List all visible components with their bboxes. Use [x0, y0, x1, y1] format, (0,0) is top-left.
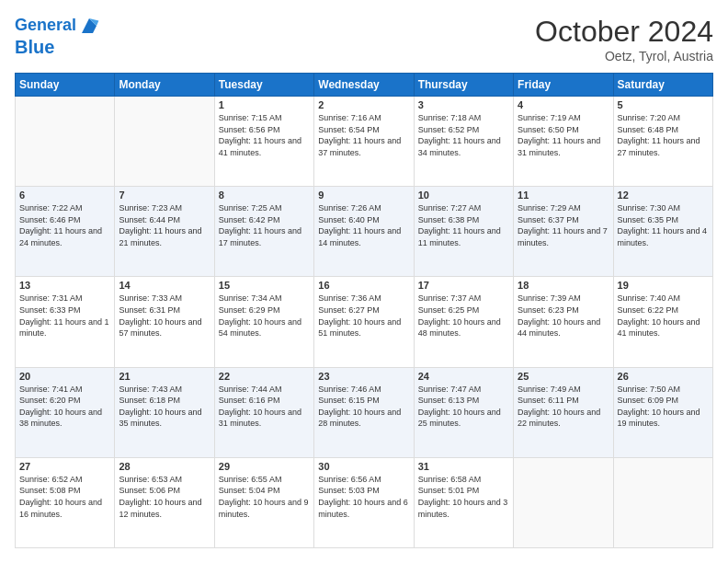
table-row: [613, 457, 712, 547]
col-tuesday: Tuesday: [214, 74, 313, 97]
day-number: 25: [518, 371, 609, 382]
table-row: 8Sunrise: 7:25 AMSunset: 6:42 PMDaylight…: [214, 187, 313, 277]
table-row: 28Sunrise: 6:53 AMSunset: 5:06 PMDayligh…: [115, 457, 214, 547]
day-number: 14: [119, 280, 210, 291]
day-number: 29: [219, 461, 310, 472]
col-wednesday: Wednesday: [314, 74, 414, 97]
day-number: 22: [219, 371, 310, 382]
cell-text: Sunrise: 7:37 AMSunset: 6:25 PMDaylight:…: [418, 293, 509, 339]
cell-text: Sunrise: 7:18 AMSunset: 6:52 PMDaylight:…: [418, 112, 509, 158]
table-row: 5Sunrise: 7:20 AMSunset: 6:48 PMDaylight…: [613, 97, 712, 187]
subtitle: Oetz, Tyrol, Austria: [535, 49, 713, 63]
cell-text: Sunrise: 7:41 AMSunset: 6:20 PMDaylight:…: [19, 384, 110, 430]
day-number: 20: [19, 371, 110, 382]
cell-text: Sunrise: 7:23 AMSunset: 6:44 PMDaylight:…: [119, 202, 210, 248]
day-number: 9: [318, 190, 409, 201]
cell-text: Sunrise: 7:39 AMSunset: 6:23 PMDaylight:…: [518, 293, 609, 339]
cell-text: Sunrise: 7:47 AMSunset: 6:13 PMDaylight:…: [418, 384, 509, 430]
day-number: 26: [618, 371, 709, 382]
cell-text: Sunrise: 6:56 AMSunset: 5:03 PMDaylight:…: [318, 474, 409, 520]
day-number: 1: [219, 99, 310, 110]
table-row: 24Sunrise: 7:47 AMSunset: 6:13 PMDayligh…: [414, 367, 513, 457]
cell-text: Sunrise: 7:34 AMSunset: 6:29 PMDaylight:…: [219, 293, 310, 339]
day-number: 31: [418, 461, 509, 472]
day-number: 12: [618, 190, 709, 201]
table-row: 6Sunrise: 7:22 AMSunset: 6:46 PMDaylight…: [16, 187, 115, 277]
day-number: 6: [19, 190, 110, 201]
cell-text: Sunrise: 7:20 AMSunset: 6:48 PMDaylight:…: [618, 112, 709, 158]
cell-text: Sunrise: 7:44 AMSunset: 6:16 PMDaylight:…: [219, 384, 310, 430]
calendar: Sunday Monday Tuesday Wednesday Thursday…: [15, 73, 713, 548]
table-row: 18Sunrise: 7:39 AMSunset: 6:23 PMDayligh…: [514, 277, 613, 367]
day-number: 19: [618, 280, 709, 291]
day-number: 3: [418, 99, 509, 110]
logo-icon: [78, 15, 100, 37]
day-number: 11: [518, 190, 609, 201]
table-row: 12Sunrise: 7:30 AMSunset: 6:35 PMDayligh…: [613, 187, 712, 277]
col-sunday: Sunday: [16, 74, 115, 97]
cell-text: Sunrise: 7:49 AMSunset: 6:11 PMDaylight:…: [518, 384, 609, 430]
cell-text: Sunrise: 7:30 AMSunset: 6:35 PMDaylight:…: [618, 202, 709, 248]
table-row: 9Sunrise: 7:26 AMSunset: 6:40 PMDaylight…: [314, 187, 414, 277]
cell-text: Sunrise: 7:40 AMSunset: 6:22 PMDaylight:…: [618, 293, 709, 339]
day-number: 5: [618, 99, 709, 110]
cell-text: Sunrise: 7:25 AMSunset: 6:42 PMDaylight:…: [219, 202, 310, 248]
table-row: 3Sunrise: 7:18 AMSunset: 6:52 PMDaylight…: [414, 97, 513, 187]
cell-text: Sunrise: 6:53 AMSunset: 5:06 PMDaylight:…: [119, 474, 210, 520]
cell-text: Sunrise: 6:55 AMSunset: 5:04 PMDaylight:…: [219, 474, 310, 520]
day-number: 30: [318, 461, 409, 472]
cell-text: Sunrise: 6:58 AMSunset: 5:01 PMDaylight:…: [418, 474, 509, 520]
day-number: 10: [418, 190, 509, 201]
cell-text: Sunrise: 7:19 AMSunset: 6:50 PMDaylight:…: [518, 112, 609, 158]
table-row: 17Sunrise: 7:37 AMSunset: 6:25 PMDayligh…: [414, 277, 513, 367]
table-row: 30Sunrise: 6:56 AMSunset: 5:03 PMDayligh…: [314, 457, 414, 547]
day-number: 28: [119, 461, 210, 472]
cell-text: Sunrise: 7:50 AMSunset: 6:09 PMDaylight:…: [618, 384, 709, 430]
cell-text: Sunrise: 7:26 AMSunset: 6:40 PMDaylight:…: [318, 202, 409, 248]
table-row: 13Sunrise: 7:31 AMSunset: 6:33 PMDayligh…: [16, 277, 115, 367]
table-row: 27Sunrise: 6:52 AMSunset: 5:08 PMDayligh…: [16, 457, 115, 547]
table-row: 21Sunrise: 7:43 AMSunset: 6:18 PMDayligh…: [115, 367, 214, 457]
table-row: 16Sunrise: 7:36 AMSunset: 6:27 PMDayligh…: [314, 277, 414, 367]
table-row: 25Sunrise: 7:49 AMSunset: 6:11 PMDayligh…: [514, 367, 613, 457]
table-row: 2Sunrise: 7:16 AMSunset: 6:54 PMDaylight…: [314, 97, 414, 187]
table-row: 15Sunrise: 7:34 AMSunset: 6:29 PMDayligh…: [214, 277, 313, 367]
cell-text: Sunrise: 7:16 AMSunset: 6:54 PMDaylight:…: [318, 112, 409, 158]
logo-blue-text: Blue: [15, 37, 54, 57]
day-number: 16: [318, 280, 409, 291]
table-row: 7Sunrise: 7:23 AMSunset: 6:44 PMDaylight…: [115, 187, 214, 277]
table-row: 19Sunrise: 7:40 AMSunset: 6:22 PMDayligh…: [613, 277, 712, 367]
col-monday: Monday: [115, 74, 214, 97]
table-row: 23Sunrise: 7:46 AMSunset: 6:15 PMDayligh…: [314, 367, 414, 457]
table-row: 1Sunrise: 7:15 AMSunset: 6:56 PMDaylight…: [214, 97, 313, 187]
table-row: 29Sunrise: 6:55 AMSunset: 5:04 PMDayligh…: [214, 457, 313, 547]
table-row: 22Sunrise: 7:44 AMSunset: 6:16 PMDayligh…: [214, 367, 313, 457]
day-number: 24: [418, 371, 509, 382]
table-row: 26Sunrise: 7:50 AMSunset: 6:09 PMDayligh…: [613, 367, 712, 457]
col-thursday: Thursday: [414, 74, 513, 97]
table-row: 20Sunrise: 7:41 AMSunset: 6:20 PMDayligh…: [16, 367, 115, 457]
table-row: [115, 97, 214, 187]
day-number: 8: [219, 190, 310, 201]
day-number: 13: [19, 280, 110, 291]
cell-text: Sunrise: 7:43 AMSunset: 6:18 PMDaylight:…: [119, 384, 210, 430]
day-number: 15: [219, 280, 310, 291]
day-number: 27: [19, 461, 110, 472]
day-number: 21: [119, 371, 210, 382]
cell-text: Sunrise: 7:36 AMSunset: 6:27 PMDaylight:…: [318, 293, 409, 339]
cell-text: Sunrise: 7:27 AMSunset: 6:38 PMDaylight:…: [418, 202, 509, 248]
cell-text: Sunrise: 7:46 AMSunset: 6:15 PMDaylight:…: [318, 384, 409, 430]
logo-text: General: [15, 17, 76, 35]
logo: General Blue: [15, 15, 100, 57]
cell-text: Sunrise: 7:29 AMSunset: 6:37 PMDaylight:…: [518, 202, 609, 248]
title-block: October 2024 Oetz, Tyrol, Austria: [535, 15, 713, 63]
day-number: 2: [318, 99, 409, 110]
col-friday: Friday: [514, 74, 613, 97]
table-row: 14Sunrise: 7:33 AMSunset: 6:31 PMDayligh…: [115, 277, 214, 367]
day-number: 23: [318, 371, 409, 382]
month-title: October 2024: [535, 15, 713, 49]
cell-text: Sunrise: 7:33 AMSunset: 6:31 PMDaylight:…: [119, 293, 210, 339]
cell-text: Sunrise: 7:15 AMSunset: 6:56 PMDaylight:…: [219, 112, 310, 158]
table-row: 11Sunrise: 7:29 AMSunset: 6:37 PMDayligh…: [514, 187, 613, 277]
cell-text: Sunrise: 6:52 AMSunset: 5:08 PMDaylight:…: [19, 474, 110, 520]
